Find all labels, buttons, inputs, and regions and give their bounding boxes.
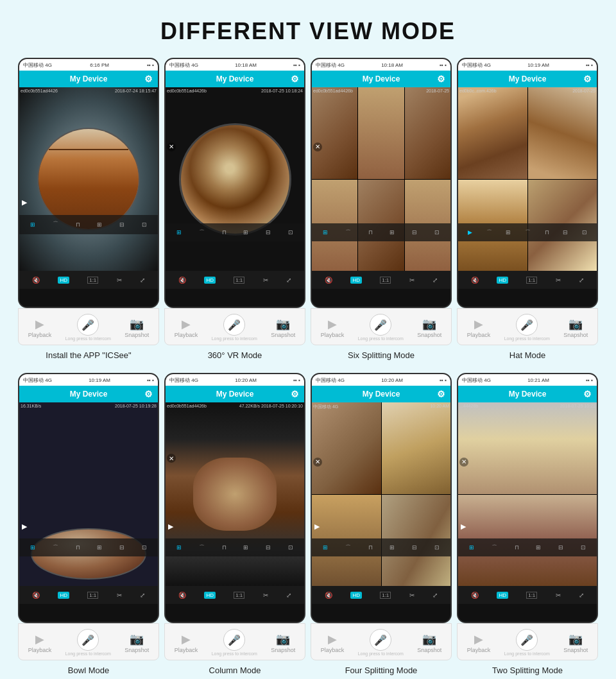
icon-2a[interactable]: ⊞ (176, 229, 182, 236)
scissors-1[interactable]: ✂ (117, 277, 122, 284)
snapshot-icon-7[interactable]: 📷 (422, 632, 436, 646)
icon-6f[interactable]: ⊡ (288, 544, 293, 551)
playback-icon-1[interactable]: ▶ (35, 317, 44, 331)
playback-icon-2[interactable]: ▶ (182, 317, 191, 331)
icon-grid-1[interactable]: ⊞ (30, 221, 35, 228)
intercom-icon-1[interactable]: 🎤 (77, 314, 99, 336)
icon-8f[interactable]: ⊡ (581, 544, 586, 551)
playback-icon-4[interactable]: ▶ (474, 317, 483, 331)
icon-4a[interactable]: ▶ (468, 229, 472, 236)
ratio-4[interactable]: 1:1 (526, 277, 537, 284)
icon-7e[interactable]: ⊟ (412, 544, 417, 551)
scissors-7[interactable]: ✂ (409, 592, 415, 599)
expand-1[interactable]: ⤢ (140, 277, 145, 284)
mic-icon-5[interactable]: 🔇 (32, 592, 40, 599)
playback-icon-3[interactable]: ▶ (328, 317, 337, 331)
icon-3b[interactable]: ⌒ (345, 228, 351, 237)
ratio-6[interactable]: 1:1 (234, 592, 244, 599)
snapshot-icon-6[interactable]: 📷 (276, 632, 290, 646)
expand-3[interactable]: ⤢ (432, 277, 438, 284)
icon-7c[interactable]: ⊓ (368, 544, 373, 551)
icon-4g[interactable]: ⊡ (582, 229, 587, 236)
icon-8b[interactable]: ⌒ (492, 544, 497, 552)
settings-icon-3[interactable]: ⚙ (437, 74, 445, 84)
scissors-6[interactable]: ✂ (263, 592, 268, 599)
intercom-icon-4[interactable]: 🎤 (516, 314, 538, 336)
scissors-2[interactable]: ✂ (263, 277, 268, 284)
icon-5f[interactable]: ⊡ (142, 544, 147, 551)
hd-badge-2[interactable]: HD (204, 277, 216, 284)
snapshot-icon-4[interactable]: 📷 (569, 317, 583, 331)
icon-7a[interactable]: ⊞ (323, 544, 328, 551)
settings-icon-4[interactable]: ⚙ (583, 74, 592, 84)
icon-2e[interactable]: ⊟ (266, 229, 271, 236)
settings-icon-6[interactable]: ⚙ (291, 389, 299, 399)
settings-icon-1[interactable]: ⚙ (144, 74, 153, 84)
close-icon-2[interactable]: ✕ (167, 142, 176, 151)
icon-6d[interactable]: ⊞ (243, 544, 248, 551)
icon-3e[interactable]: ⊟ (412, 229, 417, 236)
intercom-icon-7[interactable]: 🎤 (370, 629, 391, 651)
icon-6a[interactable]: ⊞ (176, 544, 182, 551)
close-icon-7[interactable]: ✕ (313, 458, 322, 467)
icon-h-1[interactable]: ⊟ (119, 221, 124, 228)
settings-icon-2[interactable]: ⚙ (291, 74, 299, 84)
hd-badge-7[interactable]: HD (350, 592, 362, 599)
icon-8c[interactable]: ⊓ (515, 544, 519, 551)
snapshot-icon-8[interactable]: 📷 (569, 632, 583, 646)
play-btn-7[interactable]: ▶ (314, 522, 320, 531)
play-btn-1[interactable]: ▶ (22, 198, 27, 207)
mic-icon-7[interactable]: 🔇 (325, 592, 332, 599)
close-icon-8[interactable]: ✕ (459, 458, 468, 467)
icon-3d[interactable]: ⊞ (389, 229, 395, 236)
mic-icon-1[interactable]: 🔇 (32, 277, 40, 284)
expand-2[interactable]: ⤢ (286, 277, 291, 284)
snapshot-icon-5[interactable]: 📷 (130, 632, 144, 646)
snapshot-icon-1[interactable]: 📷 (130, 317, 144, 331)
close-icon-6[interactable]: ✕ (167, 454, 176, 463)
icon-cup-1[interactable]: ⊓ (76, 221, 80, 228)
icon-7d[interactable]: ⊞ (389, 544, 395, 551)
ratio-5[interactable]: 1:1 (87, 592, 98, 599)
snapshot-icon-3[interactable]: 📷 (422, 317, 436, 331)
play-btn-8[interactable]: ▶ (461, 522, 466, 531)
icon-4f[interactable]: ⊟ (563, 229, 568, 236)
icon-v-1[interactable]: ⊡ (142, 221, 147, 228)
expand-6[interactable]: ⤢ (286, 592, 291, 599)
scissors-4[interactable]: ✂ (556, 277, 561, 284)
snapshot-icon-2[interactable]: 📷 (276, 317, 290, 331)
icon-5b[interactable]: ⌒ (53, 544, 58, 552)
ratio-7[interactable]: 1:1 (380, 592, 391, 599)
icon-8e[interactable]: ⊟ (558, 544, 563, 551)
mic-icon-6[interactable]: 🔇 (178, 592, 186, 599)
icon-3f[interactable]: ⊡ (434, 229, 440, 236)
playback-icon-7[interactable]: ▶ (328, 632, 337, 646)
mic-icon-3[interactable]: 🔇 (325, 277, 332, 284)
icon-4c[interactable]: ⊞ (506, 229, 511, 236)
scissors-5[interactable]: ✂ (117, 592, 122, 599)
intercom-icon-6[interactable]: 🎤 (223, 629, 245, 651)
scissors-3[interactable]: ✂ (409, 277, 415, 284)
intercom-icon-5[interactable]: 🎤 (77, 629, 99, 651)
intercom-icon-2[interactable]: 🎤 (223, 314, 245, 336)
icon-3c[interactable]: ⊓ (368, 229, 373, 236)
expand-4[interactable]: ⤢ (579, 277, 584, 284)
close-icon-3[interactable]: ✕ (313, 142, 322, 151)
icon-7f[interactable]: ⊡ (434, 544, 440, 551)
hd-badge-5[interactable]: HD (58, 592, 69, 599)
play-btn-6[interactable]: ▶ (168, 522, 173, 531)
icon-8a[interactable]: ⊞ (469, 544, 474, 551)
icon-4e[interactable]: ⊓ (545, 229, 549, 236)
ratio-3[interactable]: 1:1 (380, 277, 391, 284)
playback-icon-5[interactable]: ▶ (35, 632, 44, 646)
icon-5a[interactable]: ⊞ (30, 544, 35, 551)
icon-2f[interactable]: ⊡ (288, 229, 293, 236)
expand-5[interactable]: ⤢ (140, 592, 145, 599)
ratio-1[interactable]: 1:1 (87, 277, 98, 284)
icon-5e[interactable]: ⊟ (119, 544, 124, 551)
intercom-icon-8[interactable]: 🎤 (516, 629, 538, 651)
icon-2b[interactable]: ⌒ (199, 228, 205, 237)
icon-8d[interactable]: ⊞ (536, 544, 541, 551)
mic-icon-2[interactable]: 🔇 (178, 277, 186, 284)
icon-6b[interactable]: ⌒ (199, 544, 205, 552)
